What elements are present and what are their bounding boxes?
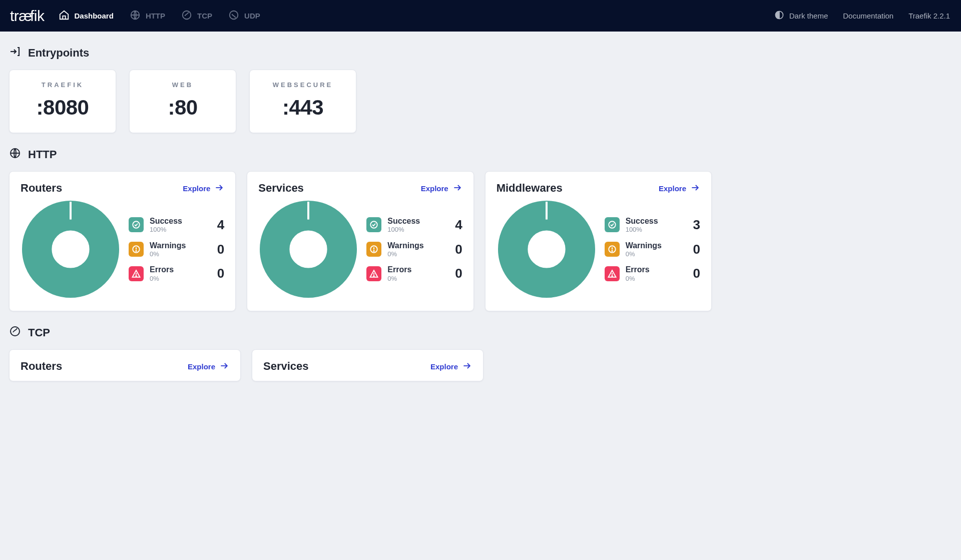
section-title: HTTP	[28, 148, 57, 161]
explore-link[interactable]: Explore	[430, 361, 472, 372]
count: 4	[455, 217, 462, 233]
stat-card-services: Services Explore Success100% 4	[247, 171, 473, 311]
entrypoints-row: TRAEFIK :8080 WEB :80 WEBSECURE :443	[9, 70, 712, 133]
tcp-cards: Routers Explore Services Explore	[9, 349, 484, 381]
nav: Dashboard HTTP TCP UDP	[59, 10, 260, 22]
arrow-right-icon	[452, 183, 462, 194]
nav-label: Dashboard	[75, 12, 114, 20]
svg-point-2	[230, 11, 238, 20]
nav-udp[interactable]: UDP	[228, 10, 260, 22]
count: 0	[455, 242, 462, 257]
legend: Success100% 3 Warnings0% 0 Errors0% 0	[602, 216, 700, 282]
svg-point-11	[275, 216, 342, 283]
legend-errors[interactable]: Errors0% 0	[605, 265, 700, 282]
explore-link[interactable]: Explore	[183, 183, 224, 194]
http-cards: Routers Explore Success100% 4	[9, 171, 712, 311]
home-icon	[59, 10, 70, 22]
login-arrow-icon	[9, 46, 21, 61]
count: 0	[693, 242, 700, 257]
page: Entrypoints TRAEFIK :8080 WEB :80 WEBSEC…	[0, 32, 721, 401]
section-tcp-head: TCP	[9, 325, 712, 340]
docs-label: Documentation	[843, 12, 893, 20]
legend: Success100% 4 Warnings0% 0 Errors0% 0	[363, 216, 462, 282]
svg-point-23	[11, 327, 20, 336]
donut-chart	[258, 200, 358, 299]
legend-success[interactable]: Success100% 3	[605, 216, 700, 234]
svg-point-9	[136, 251, 137, 252]
entrypoint-port: :80	[135, 96, 231, 120]
section-http-head: HTTP	[9, 147, 712, 162]
topbar: træfik Dashboard HTTP TCP UDP	[0, 0, 961, 32]
legend-warnings[interactable]: Warnings0% 0	[366, 241, 462, 258]
entrypoint-name: TRAEFIK	[15, 81, 111, 89]
theme-label: Dark theme	[789, 12, 828, 20]
explore-link[interactable]: Explore	[188, 361, 229, 372]
logo: træfik	[10, 8, 45, 25]
count: 4	[217, 217, 224, 233]
nav-http[interactable]: HTTP	[130, 10, 165, 22]
svg-point-21	[612, 251, 613, 252]
entrypoint-name: WEBSECURE	[255, 81, 351, 89]
legend-errors[interactable]: Errors0% 0	[366, 265, 462, 282]
theme-toggle[interactable]: Dark theme	[774, 10, 828, 22]
globe-icon	[9, 147, 21, 162]
nav-dashboard[interactable]: Dashboard	[59, 10, 114, 22]
count: 0	[455, 266, 462, 281]
contrast-icon	[774, 10, 784, 22]
legend-success[interactable]: Success100% 4	[129, 216, 224, 234]
arrow-right-icon	[214, 183, 224, 194]
legend-errors[interactable]: Errors0% 0	[129, 265, 224, 282]
svg-point-17	[513, 216, 580, 283]
udp-icon	[228, 10, 239, 22]
entrypoint-name: WEB	[135, 81, 231, 89]
tcp-icon	[181, 10, 192, 22]
check-circle-icon	[605, 217, 620, 232]
count: 3	[693, 217, 700, 233]
svg-point-16	[374, 276, 375, 277]
count: 0	[693, 266, 700, 281]
svg-point-15	[374, 251, 375, 252]
count: 0	[217, 242, 224, 257]
stat-card-middlewares: Middlewares Explore Success100% 3	[485, 171, 712, 311]
check-circle-icon	[129, 217, 144, 232]
legend-warnings[interactable]: Warnings0% 0	[129, 241, 224, 258]
right-nav: Dark theme Documentation Traefik 2.2.1	[774, 10, 950, 22]
entrypoint-card[interactable]: WEB :80	[129, 70, 236, 133]
legend-warnings[interactable]: Warnings0% 0	[605, 241, 700, 258]
arrow-right-icon	[219, 361, 229, 372]
card-title: Middlewares	[497, 182, 563, 195]
tcp-icon	[9, 325, 21, 340]
legend-success[interactable]: Success100% 4	[366, 216, 462, 234]
donut-chart	[497, 200, 597, 299]
card-title: Services	[263, 360, 309, 373]
nav-tcp[interactable]: TCP	[181, 10, 212, 22]
entrypoint-card[interactable]: TRAEFIK :8080	[9, 70, 116, 133]
svg-point-22	[612, 276, 613, 277]
nav-label: UDP	[244, 12, 260, 20]
docs-link[interactable]: Documentation	[843, 12, 893, 20]
stat-card-routers: Routers Explore Success100% 4	[9, 171, 236, 311]
stat-card-tcp-routers: Routers Explore	[9, 349, 241, 381]
card-title: Routers	[21, 182, 62, 195]
section-entrypoints-head: Entrypoints	[9, 46, 712, 61]
entrypoint-card[interactable]: WEBSECURE :443	[249, 70, 356, 133]
version-label[interactable]: Traefik 2.2.1	[908, 12, 950, 20]
legend: Success100% 4 Warnings0% 0 Errors0% 0	[126, 216, 224, 282]
card-title: Services	[258, 182, 304, 195]
nav-label: HTTP	[146, 12, 165, 20]
nav-label: TCP	[197, 12, 212, 20]
svg-point-10	[136, 276, 137, 277]
svg-point-1	[183, 11, 191, 20]
arrow-right-icon	[462, 361, 472, 372]
alert-triangle-icon	[366, 266, 381, 281]
explore-link[interactable]: Explore	[659, 183, 700, 194]
count: 0	[217, 266, 224, 281]
explore-link[interactable]: Explore	[421, 183, 462, 194]
alert-triangle-icon	[605, 266, 620, 281]
section-title: TCP	[28, 326, 50, 339]
check-circle-icon	[366, 217, 381, 232]
alert-circle-icon	[605, 242, 620, 257]
alert-triangle-icon	[129, 266, 144, 281]
section-title: Entrypoints	[28, 47, 89, 60]
globe-icon	[130, 10, 141, 22]
